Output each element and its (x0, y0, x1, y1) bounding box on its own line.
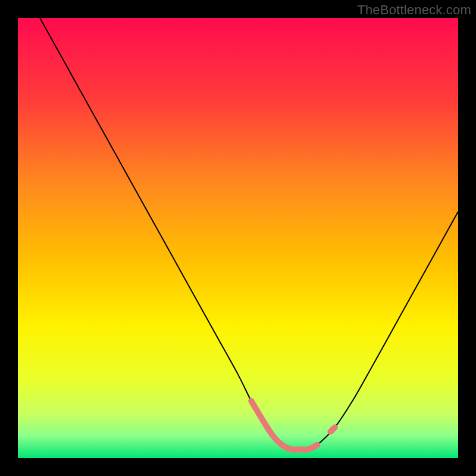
watermark-text: TheBottleneck.com (357, 2, 471, 18)
series-near-zero-highlight (251, 401, 317, 450)
plot-area (18, 18, 458, 458)
series-mismatch-curve (40, 18, 458, 450)
curve-layer (18, 18, 458, 458)
chart-frame: TheBottleneck.com (0, 0, 476, 476)
series-highlight-dot (330, 427, 334, 431)
